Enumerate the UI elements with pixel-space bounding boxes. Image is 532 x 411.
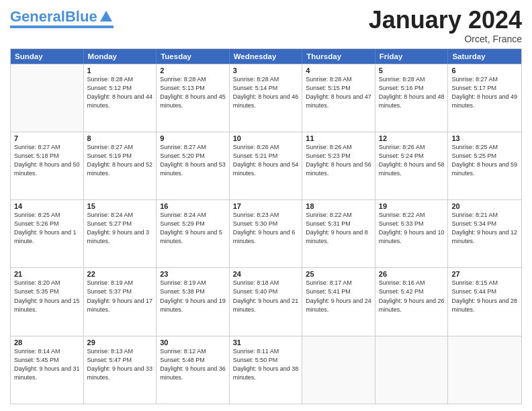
day-number: 14 <box>14 202 80 210</box>
day-number: 18 <box>306 202 371 210</box>
calendar-week: 21Sunrise: 8:20 AM Sunset: 5:35 PM Dayli… <box>11 267 521 335</box>
calendar-cell: 21Sunrise: 8:20 AM Sunset: 5:35 PM Dayli… <box>11 268 84 335</box>
cell-text: Sunrise: 8:11 AM Sunset: 5:50 PM Dayligh… <box>233 347 299 382</box>
calendar-cell: 27Sunrise: 8:15 AM Sunset: 5:44 PM Dayli… <box>448 268 521 335</box>
calendar-cell: 10Sunrise: 8:26 AM Sunset: 5:21 PM Dayli… <box>230 132 303 199</box>
cell-text: Sunrise: 8:27 AM Sunset: 5:18 PM Dayligh… <box>14 143 80 178</box>
day-number: 28 <box>14 338 80 347</box>
calendar-weeks: 1Sunrise: 8:28 AM Sunset: 5:12 PM Daylig… <box>11 64 521 404</box>
day-number: 23 <box>160 270 226 278</box>
calendar-cell: 4Sunrise: 8:28 AM Sunset: 5:15 PM Daylig… <box>302 64 375 132</box>
page: GeneralBlue January 2024 Orcet, France S… <box>0 0 532 411</box>
calendar-header-cell: Monday <box>84 49 157 64</box>
calendar-cell: 8Sunrise: 8:27 AM Sunset: 5:19 PM Daylig… <box>84 132 157 199</box>
day-number: 30 <box>160 338 226 347</box>
cell-text: Sunrise: 8:13 AM Sunset: 5:47 PM Dayligh… <box>87 347 153 382</box>
cell-text: Sunrise: 8:28 AM Sunset: 5:16 PM Dayligh… <box>379 75 445 110</box>
cell-text: Sunrise: 8:22 AM Sunset: 5:31 PM Dayligh… <box>306 211 371 246</box>
day-number: 13 <box>451 134 518 142</box>
day-number: 25 <box>306 270 371 278</box>
logo-bar <box>10 26 114 28</box>
day-number: 2 <box>160 66 226 75</box>
logo-text: GeneralBlue <box>10 9 97 24</box>
cell-text: Sunrise: 8:28 AM Sunset: 5:15 PM Dayligh… <box>306 75 371 110</box>
day-number: 27 <box>451 270 518 278</box>
calendar-cell <box>448 336 521 404</box>
calendar-cell: 30Sunrise: 8:12 AM Sunset: 5:48 PM Dayli… <box>157 336 230 404</box>
calendar-cell: 12Sunrise: 8:26 AM Sunset: 5:24 PM Dayli… <box>375 132 449 199</box>
cell-text: Sunrise: 8:12 AM Sunset: 5:48 PM Dayligh… <box>160 347 226 382</box>
calendar-cell: 1Sunrise: 8:28 AM Sunset: 5:12 PM Daylig… <box>84 64 157 132</box>
day-number: 1 <box>87 66 153 75</box>
calendar-cell <box>302 336 375 404</box>
day-number: 5 <box>379 66 445 75</box>
cell-text: Sunrise: 8:24 AM Sunset: 5:29 PM Dayligh… <box>160 211 226 246</box>
day-number: 8 <box>87 134 153 142</box>
day-number: 15 <box>87 202 153 210</box>
cell-text: Sunrise: 8:25 AM Sunset: 5:25 PM Dayligh… <box>451 143 518 178</box>
title-block: January 2024 Orcet, France <box>369 7 522 44</box>
day-number: 26 <box>379 270 445 278</box>
cell-text: Sunrise: 8:25 AM Sunset: 5:26 PM Dayligh… <box>14 211 80 246</box>
cell-text: Sunrise: 8:28 AM Sunset: 5:14 PM Dayligh… <box>233 75 299 110</box>
cell-text: Sunrise: 8:24 AM Sunset: 5:27 PM Dayligh… <box>87 211 153 246</box>
calendar-week: 14Sunrise: 8:25 AM Sunset: 5:26 PM Dayli… <box>11 199 521 267</box>
calendar-cell: 2Sunrise: 8:28 AM Sunset: 5:13 PM Daylig… <box>157 64 230 132</box>
cell-text: Sunrise: 8:15 AM Sunset: 5:44 PM Dayligh… <box>451 279 518 314</box>
cell-text: Sunrise: 8:23 AM Sunset: 5:30 PM Dayligh… <box>233 211 299 246</box>
day-number: 12 <box>379 134 445 142</box>
calendar-header-cell: Saturday <box>448 49 521 64</box>
calendar-cell: 15Sunrise: 8:24 AM Sunset: 5:27 PM Dayli… <box>84 200 157 267</box>
day-number: 17 <box>233 202 299 210</box>
day-number: 31 <box>233 338 299 347</box>
day-number: 22 <box>87 270 153 278</box>
cell-text: Sunrise: 8:28 AM Sunset: 5:13 PM Dayligh… <box>160 75 226 110</box>
calendar-cell: 23Sunrise: 8:19 AM Sunset: 5:38 PM Dayli… <box>157 268 230 335</box>
logo-icon <box>99 9 114 24</box>
calendar-cell <box>375 336 449 404</box>
cell-text: Sunrise: 8:14 AM Sunset: 5:45 PM Dayligh… <box>14 347 80 382</box>
calendar-week: 7Sunrise: 8:27 AM Sunset: 5:18 PM Daylig… <box>11 132 521 199</box>
day-number: 16 <box>160 202 226 210</box>
cell-text: Sunrise: 8:26 AM Sunset: 5:23 PM Dayligh… <box>306 143 371 178</box>
cell-text: Sunrise: 8:28 AM Sunset: 5:12 PM Dayligh… <box>87 75 153 110</box>
day-number: 20 <box>451 202 518 210</box>
calendar-cell: 16Sunrise: 8:24 AM Sunset: 5:29 PM Dayli… <box>157 200 230 267</box>
calendar-cell: 19Sunrise: 8:22 AM Sunset: 5:33 PM Dayli… <box>375 200 449 267</box>
calendar-cell: 6Sunrise: 8:27 AM Sunset: 5:17 PM Daylig… <box>448 64 521 132</box>
day-number: 24 <box>233 270 299 278</box>
calendar-cell: 9Sunrise: 8:27 AM Sunset: 5:20 PM Daylig… <box>157 132 230 199</box>
calendar-cell: 20Sunrise: 8:21 AM Sunset: 5:34 PM Dayli… <box>448 200 521 267</box>
calendar-cell: 14Sunrise: 8:25 AM Sunset: 5:26 PM Dayli… <box>11 200 84 267</box>
header: GeneralBlue January 2024 Orcet, France <box>10 7 522 44</box>
calendar-cell: 29Sunrise: 8:13 AM Sunset: 5:47 PM Dayli… <box>84 336 157 404</box>
cell-text: Sunrise: 8:27 AM Sunset: 5:17 PM Dayligh… <box>451 75 518 110</box>
calendar-cell: 13Sunrise: 8:25 AM Sunset: 5:25 PM Dayli… <box>448 132 521 199</box>
cell-text: Sunrise: 8:26 AM Sunset: 5:21 PM Dayligh… <box>233 143 299 178</box>
calendar-header-cell: Wednesday <box>230 49 303 64</box>
logo-blue-text: Blue <box>65 8 97 25</box>
calendar-header-cell: Friday <box>375 49 449 64</box>
cell-text: Sunrise: 8:19 AM Sunset: 5:38 PM Dayligh… <box>160 279 226 314</box>
day-number: 10 <box>233 134 299 142</box>
calendar-cell: 3Sunrise: 8:28 AM Sunset: 5:14 PM Daylig… <box>230 64 303 132</box>
calendar-cell: 17Sunrise: 8:23 AM Sunset: 5:30 PM Dayli… <box>230 200 303 267</box>
calendar-cell: 11Sunrise: 8:26 AM Sunset: 5:23 PM Dayli… <box>302 132 375 199</box>
day-number: 29 <box>87 338 153 347</box>
cell-text: Sunrise: 8:26 AM Sunset: 5:24 PM Dayligh… <box>379 143 445 178</box>
calendar-cell: 22Sunrise: 8:19 AM Sunset: 5:37 PM Dayli… <box>84 268 157 335</box>
logo-general: General <box>10 8 65 25</box>
day-number: 3 <box>233 66 299 75</box>
svg-marker-0 <box>100 11 112 21</box>
day-number: 21 <box>14 270 80 278</box>
calendar-week: 1Sunrise: 8:28 AM Sunset: 5:12 PM Daylig… <box>11 64 521 132</box>
cell-text: Sunrise: 8:17 AM Sunset: 5:41 PM Dayligh… <box>306 279 371 314</box>
calendar-header-row: SundayMondayTuesdayWednesdayThursdayFrid… <box>11 49 521 64</box>
day-number: 9 <box>160 134 226 142</box>
calendar-cell: 24Sunrise: 8:18 AM Sunset: 5:40 PM Dayli… <box>230 268 303 335</box>
calendar-header-cell: Tuesday <box>157 49 230 64</box>
calendar-cell: 28Sunrise: 8:14 AM Sunset: 5:45 PM Dayli… <box>11 336 84 404</box>
calendar-week: 28Sunrise: 8:14 AM Sunset: 5:45 PM Dayli… <box>11 336 521 404</box>
calendar-cell: 5Sunrise: 8:28 AM Sunset: 5:16 PM Daylig… <box>375 64 449 132</box>
cell-text: Sunrise: 8:21 AM Sunset: 5:34 PM Dayligh… <box>451 211 518 246</box>
